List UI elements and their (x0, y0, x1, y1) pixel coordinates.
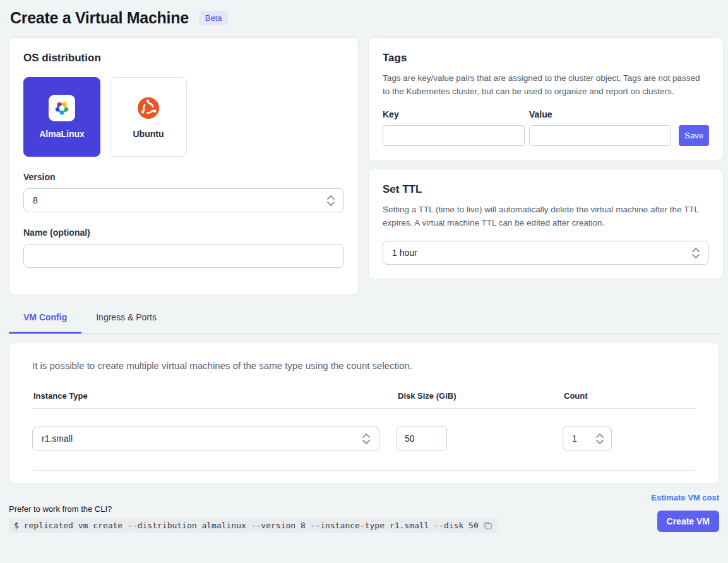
tag-value-label: Value (529, 109, 671, 119)
count-value: 1 (572, 433, 595, 444)
name-label: Name (optional) (23, 227, 344, 238)
instance-type-select[interactable]: r1.small (32, 427, 379, 451)
page-title: Create a Virtual Machine (10, 9, 189, 27)
tags-title: Tags (383, 52, 709, 64)
os-distribution-title: OS distribution (23, 52, 344, 64)
instance-type-value: r1.small (42, 433, 361, 444)
top-section: OS distribution (9, 37, 719, 295)
os-tile-ubuntu[interactable]: Ubuntu (110, 77, 187, 157)
ubuntu-logo-icon (135, 95, 162, 121)
footer-actions: Estimate VM cost Create VM (651, 493, 719, 532)
ttl-select[interactable]: 1 hour (383, 241, 709, 265)
copy-icon[interactable] (483, 521, 492, 530)
os-tile-ubuntu-label: Ubuntu (133, 129, 164, 139)
chevron-up-down-icon (361, 433, 371, 445)
tag-key-input[interactable] (383, 125, 525, 146)
tab-ingress-ports[interactable]: Ingress & Ports (81, 312, 171, 334)
tab-vm-config[interactable]: VM Config (9, 312, 81, 334)
version-label: Version (23, 172, 344, 182)
tab-bar: VM Config Ingress & Ports (9, 312, 719, 334)
estimate-vm-cost-link[interactable]: Estimate VM cost (651, 493, 719, 502)
ttl-title: Set TTL (383, 183, 709, 196)
chevron-up-down-icon (326, 195, 336, 207)
cli-section: Prefer to work from the CLI? $ replicate… (9, 493, 651, 533)
tags-form: Key Value Save (383, 109, 709, 146)
chevron-up-down-icon (691, 247, 701, 259)
ttl-description: Setting a TTL (time to live) will automa… (383, 203, 709, 229)
tags-description: Tags are key/value pairs that are assign… (383, 72, 709, 98)
vm-table-row: r1.small 1 (32, 409, 696, 471)
version-select-value: 8 (33, 195, 326, 205)
footer: Prefer to work from the CLI? $ replicate… (9, 493, 719, 533)
disk-size-input[interactable] (397, 426, 447, 451)
tags-card: Tags Tags are key/value pairs that are a… (368, 37, 724, 160)
page-header: Create a Virtual Machine Beta (9, 0, 719, 37)
os-tile-almalinux[interactable]: AlmaLinux (23, 77, 100, 157)
version-select[interactable]: 8 (23, 188, 344, 212)
cli-prompt: Prefer to work from the CLI? (9, 504, 651, 514)
almalinux-logo-icon (49, 95, 75, 121)
save-tag-button[interactable]: Save (679, 125, 709, 146)
vm-config-card: It is possible to create multiple virtua… (9, 342, 719, 484)
name-input[interactable] (23, 244, 344, 268)
os-distribution-card: OS distribution (9, 37, 359, 295)
page: Create a Virtual Machine Beta OS distrib… (0, 0, 728, 533)
os-tiles: AlmaLinux U (23, 77, 344, 157)
create-vm-button[interactable]: Create VM (657, 511, 719, 532)
cli-command-box: $ replicated vm create --distribution al… (9, 518, 498, 533)
count-stepper[interactable]: 1 (563, 426, 612, 451)
column-header-instance-type: Instance Type (33, 391, 398, 401)
cli-command: $ replicated vm create --distribution al… (14, 521, 479, 530)
ttl-select-value: 1 hour (392, 248, 691, 258)
column-header-count: Count (564, 391, 696, 401)
column-header-disk-size: Disk Size (GiB) (398, 391, 564, 401)
chevron-up-down-icon (595, 433, 605, 445)
ttl-card: Set TTL Setting a TTL (time to live) wil… (368, 169, 724, 279)
os-tile-almalinux-label: AlmaLinux (39, 129, 85, 139)
tag-value-input[interactable] (529, 125, 671, 146)
right-column: Tags Tags are key/value pairs that are a… (368, 37, 724, 295)
tag-key-label: Key (383, 109, 525, 119)
vm-config-note: It is possible to create multiple virtua… (32, 360, 696, 371)
vm-table-header: Instance Type Disk Size (GiB) Count (32, 391, 696, 409)
beta-badge: Beta (199, 11, 229, 25)
